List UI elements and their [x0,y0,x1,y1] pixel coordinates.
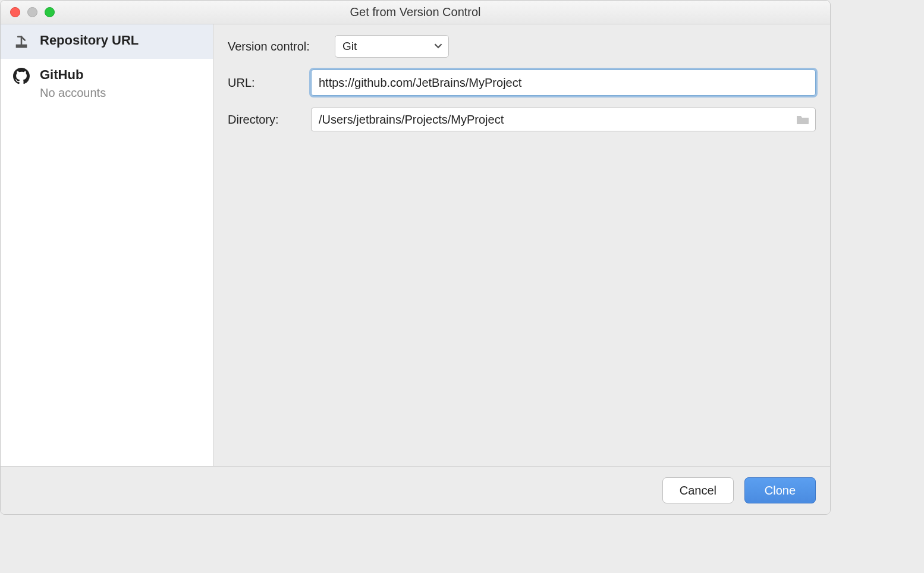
sidebar-item-github[interactable]: GitHub No accounts [1,59,213,108]
titlebar: Get from Version Control [1,1,830,24]
github-icon [12,67,30,85]
clone-button-label: Clone [765,484,796,498]
folder-icon [796,114,810,125]
directory-row: Directory: [228,108,816,131]
url-input[interactable] [311,70,816,96]
directory-input[interactable] [311,108,816,131]
sidebar-item-label: Repository URL [40,33,139,48]
url-row: URL: [228,70,816,96]
directory-label: Directory: [228,113,305,127]
repository-url-icon [12,33,30,51]
window-minimize-button[interactable] [27,7,37,17]
window-zoom-button[interactable] [45,7,55,17]
url-label: URL: [228,76,305,90]
sidebar: Repository URL GitHub No accounts [1,24,213,466]
sidebar-item-repository-url[interactable]: Repository URL [1,24,213,59]
cancel-button[interactable]: Cancel [662,477,734,503]
cancel-button-label: Cancel [680,484,716,498]
sidebar-item-sublabel: No accounts [40,86,106,100]
vcs-select-value: Git [342,40,357,53]
dialog-window: Get from Version Control Repository URL [0,0,831,515]
sidebar-item-label: GitHub [40,67,106,83]
clone-button[interactable]: Clone [744,477,816,503]
dialog-footer: Cancel Clone [1,466,830,514]
vcs-row: Version control: Git [228,35,816,58]
traffic-lights [1,7,55,17]
dialog-body: Repository URL GitHub No accounts Versio… [1,24,830,466]
chevron-down-icon [434,40,442,53]
vcs-label: Version control: [228,40,329,53]
browse-folder-button[interactable] [794,112,811,127]
main-panel: Version control: Git URL: Directory: [213,24,830,466]
vcs-select[interactable]: Git [335,35,449,58]
window-close-button[interactable] [10,7,20,17]
window-title: Get from Version Control [1,5,830,19]
